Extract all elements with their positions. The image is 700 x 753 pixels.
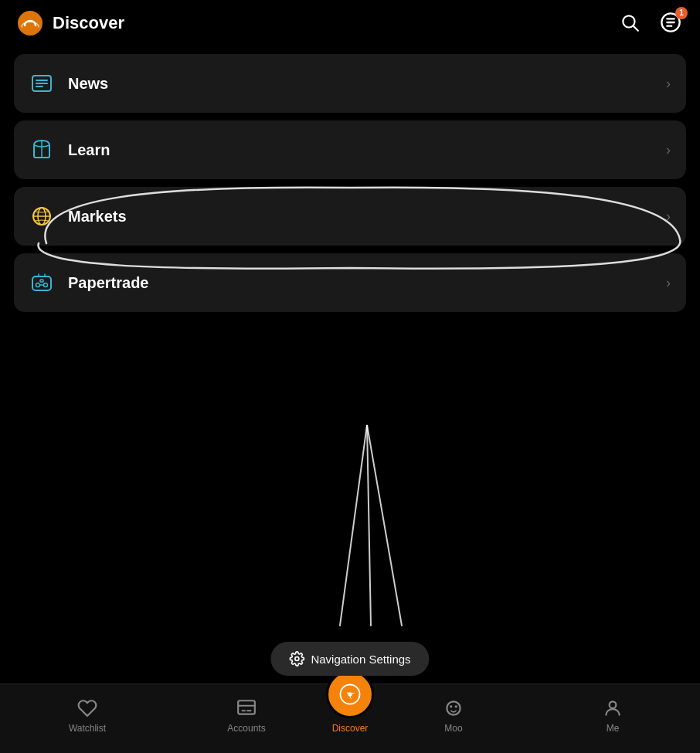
news-item-left: News	[29, 71, 108, 96]
svg-point-14	[44, 283, 48, 287]
markets-chevron: ›	[666, 209, 671, 225]
papertrade-menu-item[interactable]: Papertrade ›	[14, 253, 686, 312]
nav-moo[interactable]: Moo	[374, 692, 533, 740]
notification-badge: 1	[675, 7, 688, 19]
svg-line-19	[367, 425, 402, 626]
learn-item-left: Learn	[29, 137, 110, 162]
page-title: Discover	[53, 13, 124, 33]
nav-watchlist[interactable]: Watchlist	[8, 692, 167, 740]
svg-point-13	[36, 283, 40, 287]
nav-settings-label: Navigation Settings	[311, 653, 410, 666]
markets-label: Markets	[68, 208, 127, 226]
news-icon	[29, 71, 54, 96]
header-actions: 1	[617, 8, 685, 39]
svg-line-17	[340, 425, 367, 626]
learn-label: Learn	[68, 141, 110, 159]
nav-accounts[interactable]: Accounts	[167, 692, 326, 740]
discover-label: Discover	[332, 723, 369, 734]
gear-icon	[289, 651, 304, 667]
nav-discover-wrapper: Discover	[326, 670, 374, 734]
svg-point-31	[610, 701, 617, 708]
svg-point-30	[455, 705, 457, 707]
papertrade-item-left: Papertrade	[29, 270, 149, 295]
search-icon	[620, 12, 640, 32]
svg-point-20	[295, 657, 299, 661]
papertrade-label: Papertrade	[68, 274, 149, 292]
learn-icon	[29, 137, 54, 162]
markets-item-left: Markets	[29, 204, 127, 229]
messages-button[interactable]: 1	[657, 8, 685, 39]
annotation-arrows	[270, 425, 464, 641]
accounts-icon	[236, 698, 257, 718]
svg-rect-21	[238, 700, 255, 714]
moo-label: Moo	[444, 723, 462, 734]
learn-menu-item[interactable]: Learn ›	[14, 120, 686, 179]
nav-settings-tooltip[interactable]: Navigation Settings	[270, 642, 429, 676]
news-menu-item[interactable]: News ›	[14, 54, 686, 113]
svg-point-27	[348, 692, 352, 696]
svg-point-28	[447, 701, 460, 714]
discover-icon	[338, 683, 362, 706]
svg-point-0	[18, 11, 42, 36]
watchlist-icon	[77, 698, 97, 718]
news-chevron: ›	[666, 76, 671, 92]
bottom-navigation: Watchlist Accounts Discover Moo	[0, 683, 700, 753]
search-button[interactable]	[617, 9, 643, 38]
svg-point-29	[450, 705, 452, 707]
news-label: News	[68, 75, 108, 93]
app-header: Discover 1	[0, 0, 700, 46]
learn-chevron: ›	[666, 142, 671, 158]
markets-menu-item[interactable]: Markets ›	[14, 187, 686, 246]
svg-line-2	[634, 25, 638, 30]
app-logo	[15, 8, 45, 38]
svg-rect-16	[40, 280, 43, 282]
papertrade-icon	[29, 270, 54, 295]
discover-menu: News › Learn › Markets ›	[0, 46, 700, 320]
markets-icon	[29, 204, 54, 229]
watchlist-label: Watchlist	[69, 723, 106, 734]
svg-line-18	[367, 425, 371, 626]
svg-rect-12	[32, 276, 51, 290]
me-label: Me	[607, 723, 620, 734]
header-left: Discover	[15, 8, 124, 38]
nav-discover[interactable]	[326, 670, 374, 718]
accounts-label: Accounts	[227, 723, 265, 734]
me-icon	[603, 698, 623, 718]
papertrade-chevron: ›	[666, 275, 671, 291]
nav-me[interactable]: Me	[533, 692, 692, 740]
moo-icon	[443, 698, 464, 718]
